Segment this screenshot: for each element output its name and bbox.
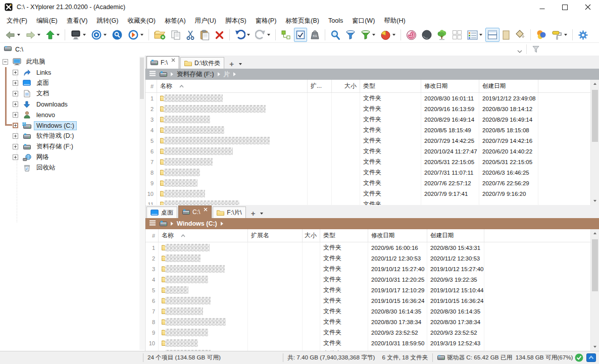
tree-item-label[interactable]: Downloads [34, 100, 70, 109]
checkbox-button[interactable] [294, 28, 307, 42]
pie-chart-button[interactable] [378, 28, 397, 42]
file-row[interactable]: 2文件夹2020/11/2 12:30:532020/11/2 12:30:53 [145, 253, 590, 264]
dropdown-caret-icon[interactable] [57, 34, 60, 36]
column-header-type[interactable]: 类型 [320, 229, 368, 242]
breadcrumb-segment[interactable]: 片 [224, 70, 230, 79]
column-header-name[interactable]: 名称 [159, 229, 248, 242]
grid-view-button[interactable] [450, 28, 464, 42]
tree-expander-expand[interactable] [13, 154, 18, 160]
file-name-cell[interactable] [159, 285, 248, 295]
tab-F:\[interactable]: F:\ [146, 56, 179, 69]
paste-button[interactable] [198, 28, 212, 42]
file-name-cell[interactable] [159, 242, 248, 253]
menu-item[interactable]: 查看(V) [62, 15, 92, 27]
scrollbar-up-button[interactable] [591, 80, 599, 88]
desktop-view-button[interactable] [68, 28, 88, 42]
tree-item-label[interactable]: Links [34, 68, 54, 77]
file-name-cell[interactable] [159, 274, 248, 285]
new-folder-button[interactable] [152, 28, 168, 42]
tree-item-label[interactable]: 回收站 [34, 163, 58, 173]
scrollbar-thumb[interactable] [592, 239, 598, 291]
file-row[interactable]: 11文件夹 [145, 199, 590, 205]
address-bar[interactable]: C:\ [0, 43, 599, 56]
tree-item-资料存储 (F:)[interactable]: 资料存储 (F:) [0, 141, 145, 152]
file-row[interactable]: 7文件夹2020/8/30 16:14:352020/8/30 16:14:35 [145, 306, 590, 317]
scrollbar-down-button[interactable] [591, 343, 599, 351]
file-name-cell[interactable] [159, 327, 248, 338]
tree-expander-expand[interactable] [13, 70, 18, 75]
menu-item[interactable]: 跳转(G) [92, 15, 123, 27]
tree-item-Windows (C:)[interactable]: Windows (C:) [0, 120, 145, 131]
file-name-cell[interactable] [157, 93, 308, 103]
file-name-cell[interactable] [157, 178, 308, 188]
file-row[interactable]: 7文件夹2020/5/31 22:15:052020/5/31 22:15:05 [145, 157, 590, 167]
column-header-num[interactable]: # [145, 229, 159, 242]
file-row[interactable]: 10文件夹2020/10/31 18:59:502019/3/19 12:52:… [145, 338, 590, 348]
file-row[interactable]: 10文件夹2020/7/9 9:17:412020/7/9 9:16:20 [145, 188, 590, 199]
tree-item-label[interactable]: 桌面 [34, 78, 52, 88]
column-header-ext[interactable]: 扩展名 [248, 229, 303, 242]
tree-item-label[interactable]: 资料存储 (F:) [34, 141, 76, 152]
file-row[interactable]: 5文件夹2019/10/17 12:10:292019/10/12 15:10:… [145, 285, 590, 295]
tree-toggle-button[interactable] [279, 28, 293, 42]
column-header-ext[interactable]: 扩... [308, 80, 332, 92]
split-horizontal-button[interactable] [485, 28, 500, 42]
back-button[interactable] [3, 28, 22, 42]
file-name-cell[interactable] [157, 146, 308, 157]
minimize-button[interactable] [531, 0, 554, 14]
tree-item-label[interactable]: 此电脑 [24, 57, 48, 67]
tree-item-label[interactable]: 软件游戏 (D:) [34, 131, 76, 141]
kite-button[interactable] [513, 28, 527, 42]
file-name-cell[interactable] [157, 188, 308, 199]
column-header-num[interactable]: # [145, 80, 157, 92]
tree-item-网络[interactable]: 网络 [0, 152, 145, 163]
up-button[interactable] [43, 28, 62, 42]
new-tab-button[interactable]: + [251, 211, 256, 216]
tree-item-label[interactable]: 文档 [34, 88, 52, 99]
menu-item[interactable]: 用户(U) [190, 15, 221, 27]
file-name-cell[interactable] [157, 125, 308, 135]
file-name-cell[interactable] [157, 157, 308, 167]
tree-item-此电脑[interactable]: 此电脑 [0, 57, 145, 67]
menu-item[interactable]: 标签(A) [160, 15, 190, 27]
file-row[interactable]: 9文件夹2020/9/3 23:52:522020/9/3 23:52:52 [145, 327, 590, 338]
tree-item-软件游戏 (D:)[interactable]: 软件游戏 (D:) [0, 131, 145, 141]
moon-button[interactable] [420, 28, 434, 42]
file-name-cell[interactable] [157, 103, 308, 114]
tree-item-label[interactable]: lenovo [34, 111, 58, 120]
file-row[interactable]: 3文件夹2019/10/12 15:27:402019/10/12 15:27:… [145, 264, 590, 274]
single-pane-button[interactable] [501, 28, 512, 42]
close-button[interactable] [576, 0, 599, 14]
tree-item-回收站[interactable]: 回收站 [0, 163, 145, 173]
address-filter-icon[interactable] [532, 45, 539, 55]
column-header-mod[interactable]: 修改日期 [368, 229, 427, 242]
filter-green-button[interactable] [359, 28, 377, 42]
settings-button[interactable] [576, 28, 590, 42]
dropdown-caret-icon[interactable] [392, 34, 395, 36]
tree-item-label[interactable]: 网络 [34, 152, 52, 163]
column-header-type[interactable]: 类型 [360, 80, 421, 92]
scrollbar-down-button[interactable] [591, 197, 599, 205]
tree-expander-expand[interactable] [13, 80, 18, 86]
column-header-name[interactable]: 名称 [157, 80, 308, 92]
column-header-size[interactable]: 大小 [303, 229, 320, 242]
copy-button[interactable] [169, 28, 183, 42]
column-header-mod[interactable]: 修改日期 [421, 80, 479, 92]
tree-item-label[interactable]: Windows (C:) [34, 121, 77, 130]
tab-list-caret-icon[interactable] [239, 63, 242, 65]
menu-item[interactable]: 窗格(P) [251, 15, 281, 27]
redo-button[interactable] [253, 28, 272, 42]
file-row[interactable]: 6文件夹2020/10/24 11:27:472020/6/20 14:40:2… [145, 146, 590, 157]
dropdown-caret-icon[interactable] [37, 34, 40, 36]
new-tab-button[interactable]: + [229, 62, 234, 67]
file-row[interactable]: 9文件夹2020/7/6 22:57:122020/7/6 22:56:29 [145, 178, 590, 188]
tree-expander-expand[interactable] [13, 101, 18, 107]
tree-expander-expand[interactable] [13, 123, 18, 128]
delete-button[interactable] [213, 28, 226, 42]
file-row[interactable]: 4文件夹2020/8/5 18:15:492020/8/5 18:15:08 [145, 125, 590, 135]
maximize-button[interactable] [554, 0, 576, 14]
tree-item-桌面[interactable]: 桌面 [0, 78, 145, 88]
tab-F:\片\[interactable]: F:\片\ [213, 206, 245, 218]
pane-scrollbar[interactable] [590, 80, 599, 205]
forward-button[interactable] [23, 28, 42, 42]
